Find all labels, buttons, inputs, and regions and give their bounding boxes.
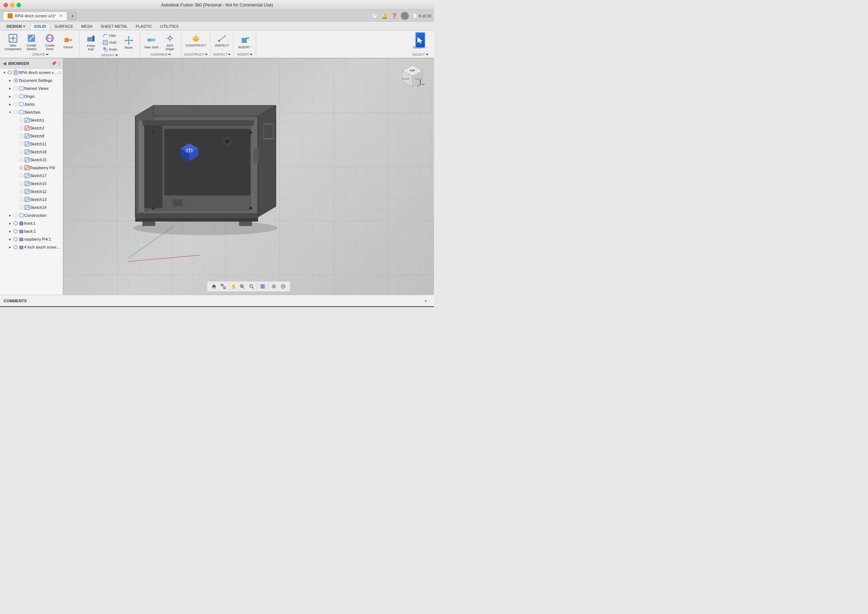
- viewport-pan-button[interactable]: ✋: [229, 282, 237, 290]
- tab-mesh[interactable]: MESH: [78, 23, 96, 30]
- screen-expand-icon[interactable]: ▶: [7, 244, 13, 250]
- tab-surface[interactable]: SURFACE: [51, 23, 77, 30]
- doc-settings-expand-icon[interactable]: ▶: [7, 78, 13, 83]
- viewport-zoom-button[interactable]: [238, 282, 246, 290]
- modify-scale-button[interactable]: Scale: [101, 46, 119, 53]
- tree-item-joints[interactable]: ▶ Joints: [0, 100, 63, 108]
- joints-vis-icon[interactable]: [13, 102, 18, 107]
- sketch12-vis-icon[interactable]: [19, 189, 24, 194]
- minimize-button[interactable]: [10, 3, 14, 7]
- tab-close-icon[interactable]: ✕: [59, 14, 62, 18]
- joints-expand-icon[interactable]: ▶: [7, 101, 13, 107]
- tab-solid[interactable]: SOLID: [30, 23, 50, 30]
- sketch13-vis-icon[interactable]: [19, 197, 24, 202]
- modify-press-pull-button[interactable]: Press Pull: [82, 33, 99, 52]
- tree-item-sketch8[interactable]: ▶ Sketch8: [0, 132, 63, 140]
- insert-mesh-button[interactable]: INSERT -: [236, 33, 254, 51]
- modify-shell-button[interactable]: Shell: [101, 39, 119, 46]
- tree-item-rpi4-component[interactable]: ▶ raspberry Pi4:1: [0, 235, 63, 243]
- modify-move-button[interactable]: Move: [120, 33, 138, 52]
- tab-plastic[interactable]: PLASTIC: [132, 23, 156, 30]
- tree-item-sketch1[interactable]: ▶ Sketch1: [0, 116, 63, 124]
- create-form-button[interactable]: CreateForm: [41, 33, 59, 51]
- root-expand-icon[interactable]: ▼: [2, 70, 7, 75]
- viewport-display-mode-button[interactable]: [259, 282, 267, 290]
- assemble-joint-button[interactable]: New Joint: [143, 33, 160, 51]
- tree-item-sketch2[interactable]: ▶ Sketch2: [0, 124, 63, 132]
- create-sketch-button[interactable]: CreateSketch: [23, 33, 40, 51]
- tree-item-back1[interactable]: ▶ back:1: [0, 227, 63, 235]
- select-button[interactable]: SELECT -: [411, 33, 430, 52]
- tree-item-sketch14[interactable]: ▶ Sketch14: [0, 203, 63, 211]
- clock-icon[interactable]: 🕐: [372, 13, 378, 19]
- tree-item-raspberry-pi4-sketch[interactable]: ▶ Raspberry Pi4: [0, 164, 63, 172]
- rpi4-expand-icon[interactable]: ▶: [7, 236, 13, 242]
- sketch14-vis-icon[interactable]: [19, 205, 24, 210]
- navigation-cube[interactable]: TOP RIGHT FRONT: [398, 64, 427, 92]
- tree-item-sketch10[interactable]: ▶ Sketch10: [0, 180, 63, 188]
- maximize-button[interactable]: [17, 3, 21, 7]
- root-vis-icon[interactable]: [7, 70, 12, 75]
- sketches-expand-icon[interactable]: ▼: [7, 109, 13, 115]
- tree-item-4inch-screen[interactable]: ▶ 4 inch touch screen:1: [0, 243, 63, 251]
- create-derive-button[interactable]: Derive: [59, 33, 77, 51]
- tree-item-named-views[interactable]: ▶ Named Views: [0, 84, 63, 92]
- origin-expand-icon[interactable]: ▶: [7, 93, 13, 99]
- design-dropdown[interactable]: DESIGN: [3, 23, 29, 30]
- tree-item-sketch18[interactable]: ▶ Sketch18: [0, 148, 63, 156]
- back1-expand-icon[interactable]: ▶: [7, 228, 13, 234]
- viewport-snap-toggle[interactable]: [279, 282, 287, 290]
- construction-vis-icon[interactable]: [13, 213, 18, 218]
- tree-item-sketch17[interactable]: ▶ Sketch17: [0, 172, 63, 180]
- viewport-fit-button[interactable]: [219, 282, 227, 290]
- tree-item-sketch13[interactable]: ▶ Sketch13: [0, 195, 63, 203]
- front1-vis-icon[interactable]: [13, 221, 18, 226]
- sketch8-vis-icon[interactable]: [19, 133, 24, 138]
- close-button[interactable]: [4, 3, 8, 7]
- sketch15-vis-icon[interactable]: [19, 157, 24, 162]
- new-tab-button[interactable]: +: [68, 12, 76, 20]
- browser-collapse-button[interactable]: ◀: [3, 61, 6, 66]
- sketch10-vis-icon[interactable]: [19, 181, 24, 186]
- screen-vis-icon[interactable]: [13, 245, 18, 250]
- construction-expand-icon[interactable]: ▶: [7, 212, 13, 218]
- front1-expand-icon[interactable]: ▶: [7, 220, 13, 226]
- tab-utilities[interactable]: UTILITIES: [157, 23, 182, 30]
- viewport-home-button[interactable]: [210, 282, 218, 290]
- rpi4-sketch-vis-icon[interactable]: [19, 165, 24, 170]
- tree-item-sketches[interactable]: ▼ Sketches: [0, 108, 63, 116]
- notification-icon[interactable]: 🔔: [381, 13, 388, 19]
- document-tab[interactable]: RPi4 4inch screen v21* ✕: [3, 12, 67, 20]
- browser-pin-button[interactable]: 📌: [51, 61, 57, 66]
- named-views-expand-icon[interactable]: ▶: [7, 85, 13, 91]
- sketch18-vis-icon[interactable]: [19, 149, 24, 154]
- named-views-vis-icon[interactable]: [13, 86, 18, 91]
- modify-fillet-button[interactable]: Fillet: [101, 33, 119, 39]
- assemble-joint-origin-button[interactable]: JointOrigin: [161, 33, 178, 51]
- user-avatar[interactable]: [401, 12, 409, 20]
- construct-offset-plane-button[interactable]: CONSTRUCT -: [187, 33, 205, 51]
- back1-vis-icon[interactable]: [13, 229, 18, 234]
- viewport-grid-toggle[interactable]: [270, 282, 278, 290]
- tab-sheet-metal[interactable]: SHEET METAL: [97, 23, 131, 30]
- sketch1-vis-icon[interactable]: [19, 118, 24, 122]
- browser-more-button[interactable]: |: [59, 61, 60, 66]
- comments-add-button[interactable]: +: [424, 298, 427, 304]
- tree-item-origin[interactable]: ▶ Origin: [0, 92, 63, 100]
- sketch17-vis-icon[interactable]: [19, 173, 24, 178]
- tree-item-sketch11[interactable]: ▶ Sketch11: [0, 140, 63, 148]
- tree-item-front1[interactable]: ▶ front:1: [0, 219, 63, 227]
- tree-item-construction[interactable]: ▶ Construction: [0, 211, 63, 219]
- tree-item-root[interactable]: ▼ RPi4 4inch screen v21: [0, 68, 63, 76]
- viewport-zoom-more-button[interactable]: [248, 282, 256, 290]
- sketches-vis-icon[interactable]: [13, 110, 18, 115]
- sketch11-vis-icon[interactable]: [19, 141, 24, 146]
- tree-item-sketch12[interactable]: ▶ Sketch12: [0, 188, 63, 195]
- help-icon[interactable]: ❓: [391, 13, 397, 19]
- tree-item-doc-settings[interactable]: ▶ Document Settings: [0, 76, 63, 84]
- rpi4-vis-icon[interactable]: [13, 237, 18, 242]
- create-new-component-button[interactable]: NewComponent: [4, 33, 22, 51]
- tree-item-sketch15[interactable]: ▶ Sketch15: [0, 156, 63, 164]
- origin-vis-icon[interactable]: [13, 94, 18, 99]
- viewport-3d[interactable]: TOP RIGHT FRONT: [63, 59, 434, 295]
